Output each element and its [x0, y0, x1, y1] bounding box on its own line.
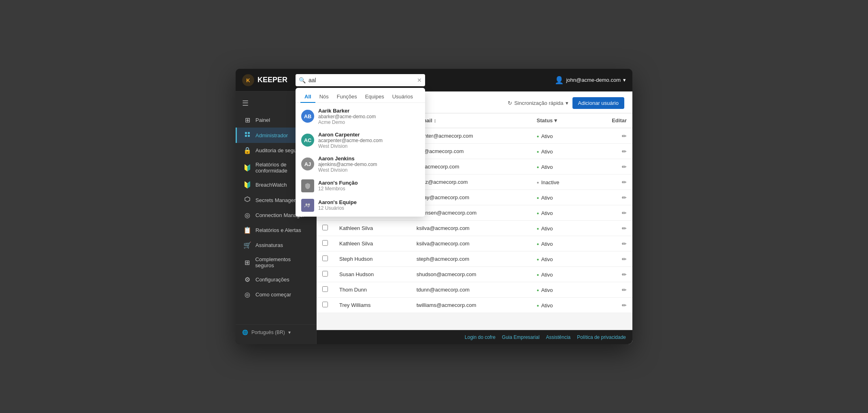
- sidebar-item-label: Relatórios e Alertas: [255, 227, 301, 233]
- edit-icon[interactable]: ✏: [622, 241, 627, 247]
- footer-link-guia[interactable]: Guia Empresarial: [502, 334, 540, 340]
- language-label: Português (BR): [251, 330, 285, 335]
- row-checkbox-cell: [317, 298, 334, 313]
- edit-icon[interactable]: ✏: [622, 210, 627, 216]
- row-name: Steph Hudson: [334, 251, 411, 267]
- avatar-aarons-funcao: [301, 179, 314, 192]
- search-dropdown: All Nós Funções Equipes Usuários AB Aari…: [296, 88, 425, 217]
- sidebar-item-label: Painel: [255, 117, 270, 123]
- sync-button[interactable]: ↻ Sincronização rápida ▾: [508, 100, 568, 106]
- svg-rect-5: [248, 132, 250, 134]
- dropdown-tab-equipes[interactable]: Equipes: [361, 91, 388, 103]
- edit-icon[interactable]: ✏: [622, 133, 627, 139]
- row-checkbox[interactable]: [322, 271, 328, 277]
- user-icon: 👤: [555, 76, 564, 85]
- dropdown-item-aarons-funcao[interactable]: Aaron's Função 12 Membros: [296, 176, 425, 196]
- dropdown-item-aarik-barker[interactable]: AB Aarik Barker abarker@acme-demo.com Ac…: [296, 104, 425, 128]
- auditoria-icon: 🔒: [243, 147, 251, 154]
- svg-point-2: [306, 203, 308, 205]
- status-badge: Ativo: [537, 195, 553, 201]
- row-email: ksilva@acmecorp.com: [411, 221, 531, 236]
- dropdown-tab-funcoes[interactable]: Funções: [333, 91, 361, 103]
- edit-icon[interactable]: ✏: [622, 194, 627, 201]
- row-checkbox[interactable]: [322, 255, 328, 261]
- edit-icon[interactable]: ✏: [622, 271, 627, 278]
- row-status: Ativo: [531, 236, 588, 251]
- search-input[interactable]: [296, 74, 425, 86]
- row-edit-cell: ✏: [588, 175, 632, 190]
- sidebar-item-relatorios-alertas[interactable]: 📋 Relatórios e Alertas: [236, 223, 316, 238]
- row-email: d@acmecorp.com: [411, 159, 531, 175]
- row-status: Ativo: [531, 282, 588, 298]
- status-badge: Inactive: [537, 179, 560, 185]
- row-edit-cell: ✏: [588, 159, 632, 175]
- table-row: Trey Williams twilliams@acmecorp.com Ati…: [317, 298, 632, 313]
- footer-link-privacidade[interactable]: Política de privacidade: [577, 334, 626, 340]
- sidebar-item-assinaturas[interactable]: 🛒 Assinaturas: [236, 238, 316, 253]
- dropdown-item-aaron-jenkins[interactable]: AJ Aaron Jenkins ajenkins@acme-demo.com …: [296, 152, 425, 176]
- edit-icon[interactable]: ✏: [622, 256, 627, 262]
- row-email: steph@acmecorp.com: [411, 251, 531, 267]
- dropdown-item-aaron-carpenter[interactable]: AC Aaron Carpenter acarpenter@acme-demo.…: [296, 128, 425, 152]
- dropdown-item-aarons-equipe[interactable]: Aaron's Equipe 12 Usuários: [296, 196, 425, 215]
- sidebar-item-como-comecar[interactable]: ◎ Como começar: [236, 287, 316, 302]
- svg-point-3: [308, 203, 310, 205]
- dropdown-tab-usuarios[interactable]: Usuários: [388, 91, 417, 103]
- col-email-header[interactable]: E-mail ↕: [411, 113, 531, 128]
- row-edit-cell: ✏: [588, 144, 632, 159]
- row-email: rey@acmecorp.com: [411, 144, 531, 159]
- row-name: Kathleen Silva: [334, 236, 411, 251]
- sidebar-item-configuracoes[interactable]: ⚙ Configurações: [236, 272, 316, 287]
- row-edit-cell: ✏: [588, 267, 632, 282]
- avatar-aaron-carpenter: AC: [301, 134, 314, 147]
- add-user-button[interactable]: Adicionar usuário: [572, 97, 624, 109]
- row-status: Ativo: [531, 251, 588, 267]
- connection-manager-icon: ◎: [243, 211, 251, 219]
- edit-icon[interactable]: ✏: [622, 225, 627, 232]
- administrador-icon: [243, 131, 251, 139]
- sidebar-language-selector[interactable]: 🌐 Português (BR) ▾: [236, 324, 316, 340]
- row-email: twilliams@acmecorp.com: [411, 298, 531, 313]
- status-badge: Ativo: [537, 302, 553, 309]
- como-comecar-icon: ◎: [243, 291, 251, 298]
- row-status: Ativo: [531, 144, 588, 159]
- row-status: Inactive: [531, 175, 588, 190]
- dropdown-item-name: Aarik Barker: [318, 108, 419, 114]
- avatar-aarik-barker: AB: [301, 110, 314, 123]
- row-checkbox[interactable]: [322, 302, 328, 307]
- user-menu[interactable]: 👤 john@acme-demo.com ▾: [555, 76, 626, 85]
- row-checkbox-cell: [317, 236, 334, 251]
- row-edit-cell: ✏: [588, 236, 632, 251]
- col-status-header[interactable]: Status ▾: [531, 113, 588, 128]
- dropdown-item-info: Aaron Carpenter acarpenter@acme-demo.com…: [318, 132, 419, 149]
- edit-icon[interactable]: ✏: [622, 302, 627, 309]
- avatar-aarons-equipe: [301, 199, 314, 212]
- breachwatch-icon: 🔰: [243, 181, 251, 189]
- row-edit-cell: ✏: [588, 282, 632, 298]
- row-email: rpenter@acmecorp.com: [411, 128, 531, 144]
- row-checkbox[interactable]: [322, 240, 328, 246]
- row-checkbox-cell: [317, 282, 334, 298]
- row-email: dmay@acmecorp.com: [411, 190, 531, 205]
- edit-icon[interactable]: ✏: [622, 148, 627, 155]
- edit-icon[interactable]: ✏: [622, 287, 627, 293]
- status-badge: Ativo: [537, 164, 553, 170]
- dropdown-item-email: ajenkins@acme-demo.com: [318, 162, 419, 167]
- sidebar-item-label: Complementos seguros: [255, 256, 310, 268]
- row-name: Trey Williams: [334, 298, 411, 313]
- row-checkbox[interactable]: [322, 225, 328, 230]
- edit-icon[interactable]: ✏: [622, 164, 627, 170]
- dropdown-tab-all[interactable]: All: [300, 91, 315, 103]
- edit-icon[interactable]: ✏: [622, 179, 627, 185]
- sidebar-item-complementos[interactable]: ⊞ Complementos seguros: [236, 253, 316, 272]
- status-badge: Ativo: [537, 256, 553, 262]
- row-checkbox[interactable]: [322, 286, 328, 292]
- status-badge: Ativo: [537, 133, 553, 139]
- main-content: ☰ ⊞ Painel Administrador 🔒 Auditoria de …: [236, 92, 632, 344]
- svg-rect-6: [245, 135, 247, 137]
- dropdown-item-name: Aaron Jenkins: [318, 155, 419, 162]
- footer-link-assistencia[interactable]: Assistência: [546, 334, 571, 340]
- search-clear-button[interactable]: ✕: [417, 77, 422, 83]
- footer-link-login[interactable]: Login do cofre: [465, 334, 496, 340]
- dropdown-tab-nos[interactable]: Nós: [315, 91, 333, 103]
